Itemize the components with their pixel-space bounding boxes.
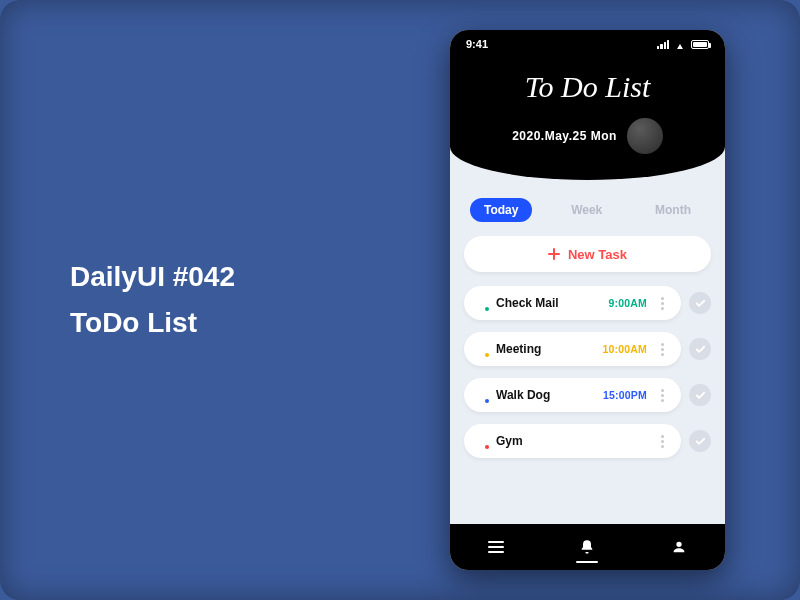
complete-toggle[interactable]: [689, 430, 711, 452]
check-icon: [695, 390, 706, 401]
date-row: 2020.May.25 Mon: [450, 118, 725, 154]
menu-button[interactable]: [476, 541, 516, 553]
task-color-dot-icon: [474, 434, 488, 448]
avatar[interactable]: [627, 118, 663, 154]
bottom-nav: [450, 524, 725, 570]
task-time: 9:00AM: [608, 297, 647, 309]
more-icon[interactable]: [661, 435, 671, 448]
left-panel: DailyUI #042 ToDo List: [0, 261, 450, 339]
complete-toggle[interactable]: [689, 292, 711, 314]
menu-icon: [488, 541, 504, 553]
check-icon: [695, 436, 706, 447]
task-name: Meeting: [496, 342, 541, 356]
task-row: Walk Dog 15:00PM: [464, 378, 711, 412]
bell-icon: [579, 539, 595, 555]
more-icon[interactable]: [661, 343, 671, 356]
check-icon: [695, 344, 706, 355]
notifications-button[interactable]: [567, 539, 607, 555]
caption-line-1: DailyUI #042: [70, 261, 450, 293]
content-area: Today Week Month New Task Check Mail 9:0…: [450, 180, 725, 524]
new-task-button[interactable]: New Task: [464, 236, 711, 272]
status-indicators: [657, 39, 709, 49]
app-title: To Do List: [450, 70, 725, 104]
more-icon[interactable]: [661, 297, 671, 310]
more-icon[interactable]: [661, 389, 671, 402]
battery-icon: [691, 40, 709, 49]
person-icon: [671, 539, 687, 555]
complete-toggle[interactable]: [689, 338, 711, 360]
task-color-dot-icon: [474, 342, 488, 356]
new-task-label: New Task: [568, 247, 627, 262]
task-time: 15:00PM: [603, 389, 647, 401]
wifi-icon: [674, 39, 686, 49]
current-date: 2020.May.25 Mon: [512, 129, 617, 143]
signal-icon: [657, 40, 669, 49]
task-name: Gym: [496, 434, 523, 448]
check-icon: [695, 298, 706, 309]
period-tabs: Today Week Month: [464, 194, 711, 236]
profile-button[interactable]: [659, 539, 699, 555]
task-row: Check Mail 9:00AM: [464, 286, 711, 320]
task-row: Meeting 10:00AM: [464, 332, 711, 366]
task-name: Check Mail: [496, 296, 559, 310]
task-name: Walk Dog: [496, 388, 550, 402]
phone-frame: 9:41 To Do List 2020.May.25 Mon Today We…: [450, 30, 725, 570]
plus-icon: [548, 248, 560, 260]
task-color-dot-icon: [474, 296, 488, 310]
tab-week[interactable]: Week: [557, 198, 616, 222]
task-card[interactable]: Meeting 10:00AM: [464, 332, 681, 366]
complete-toggle[interactable]: [689, 384, 711, 406]
task-card[interactable]: Walk Dog 15:00PM: [464, 378, 681, 412]
task-card[interactable]: Gym: [464, 424, 681, 458]
tab-today[interactable]: Today: [470, 198, 532, 222]
task-card[interactable]: Check Mail 9:00AM: [464, 286, 681, 320]
task-row: Gym: [464, 424, 711, 458]
app-header: 9:41 To Do List 2020.May.25 Mon: [450, 30, 725, 180]
caption-line-2: ToDo List: [70, 307, 450, 339]
task-color-dot-icon: [474, 388, 488, 402]
status-bar: 9:41: [450, 30, 725, 58]
status-time: 9:41: [466, 38, 488, 50]
task-time: 10:00AM: [602, 343, 647, 355]
tab-month[interactable]: Month: [641, 198, 705, 222]
